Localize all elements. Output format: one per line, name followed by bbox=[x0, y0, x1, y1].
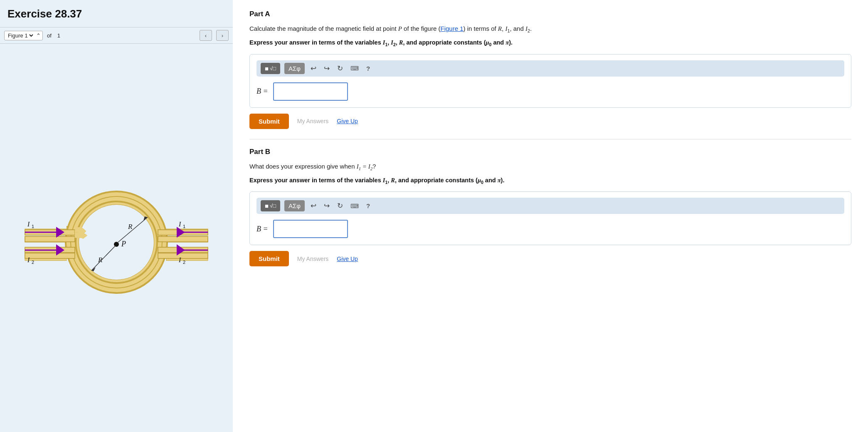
part-b-label: Part B bbox=[249, 148, 851, 156]
svg-text:R: R bbox=[128, 223, 133, 231]
part-b-undo-button[interactable]: ↩ bbox=[309, 201, 318, 211]
svg-rect-21 bbox=[158, 236, 208, 242]
prev-figure-button[interactable]: ‹ bbox=[200, 30, 212, 41]
part-b-redo-button[interactable]: ↪ bbox=[322, 201, 331, 211]
sqrt-icon: √□ bbox=[270, 65, 276, 72]
part-a-refresh-button[interactable]: ↻ bbox=[335, 63, 345, 74]
square-icon-b: ■ bbox=[265, 202, 269, 209]
part-a-my-answers[interactable]: My Answers bbox=[297, 118, 328, 124]
square-icon: ■ bbox=[265, 65, 269, 72]
part-a-desc-pre: Calculate the magnitude of the magnetic … bbox=[249, 25, 398, 32]
part-b-give-up-link[interactable]: Give Up bbox=[337, 256, 358, 262]
part-a-figure-link[interactable]: Figure 1 bbox=[440, 25, 463, 32]
total-figures: 1 bbox=[57, 32, 60, 39]
part-a-help-button[interactable]: ? bbox=[365, 64, 372, 73]
part-b-input-row: B = bbox=[256, 220, 844, 238]
svg-text:I: I bbox=[178, 221, 181, 228]
part-b-submit-button[interactable]: Submit bbox=[249, 251, 289, 266]
part-a-answer-input[interactable] bbox=[273, 82, 348, 101]
svg-text:I: I bbox=[27, 221, 30, 228]
part-b-eq: I1 = I2 bbox=[357, 163, 372, 170]
part-a-give-up-link[interactable]: Give Up bbox=[337, 118, 358, 124]
svg-text:2: 2 bbox=[183, 260, 185, 265]
right-panel: Part A Calculate the magnitude of the ma… bbox=[233, 0, 868, 432]
svg-text:I: I bbox=[27, 256, 30, 263]
part-b-my-answers[interactable]: My Answers bbox=[297, 256, 328, 262]
figure-select-wrapper[interactable]: Figure 1 ⌃ bbox=[4, 31, 43, 40]
part-a-greek-button[interactable]: ΑΣφ bbox=[284, 63, 305, 74]
part-b-b-equals: B = bbox=[256, 225, 268, 233]
part-b-description: What does your expression give when I1 =… bbox=[249, 162, 851, 172]
part-a-desc-post: ) in terms of R, I1, and I2. bbox=[464, 25, 532, 32]
svg-text:2: 2 bbox=[32, 260, 34, 265]
part-a-description: Calculate the magnitude of the magnetic … bbox=[249, 24, 851, 34]
figure-select[interactable]: Figure 1 bbox=[6, 32, 35, 39]
part-a-math-button[interactable]: ■ √□ bbox=[261, 63, 280, 74]
figure-diagram: P R R I 1 I 1 I 2 I 2 bbox=[17, 159, 216, 317]
part-divider bbox=[249, 139, 851, 139]
part-b-toolbar: ■ √□ ΑΣφ ↩ ↪ ↻ ⌨ ? bbox=[256, 198, 844, 214]
part-b-help-button[interactable]: ? bbox=[365, 201, 372, 210]
part-a-keyboard-button[interactable]: ⌨ bbox=[349, 64, 360, 72]
svg-text:P: P bbox=[121, 240, 126, 248]
left-panel: Exercise 28.37 Figure 1 ⌃ of 1 ‹ › bbox=[0, 0, 233, 432]
part-b-desc-pre: What does your expression give when bbox=[249, 163, 357, 170]
sqrt-icon-b: √□ bbox=[270, 203, 276, 209]
svg-rect-17 bbox=[25, 236, 75, 242]
part-a-instruction: Express your answer in terms of the vari… bbox=[249, 38, 851, 48]
svg-text:I: I bbox=[178, 256, 181, 263]
of-text: of bbox=[47, 32, 52, 39]
part-b-math-button[interactable]: ■ √□ bbox=[261, 200, 280, 211]
part-a-redo-button[interactable]: ↪ bbox=[322, 63, 331, 74]
figure-area: P R R I 1 I 1 I 2 I 2 bbox=[0, 44, 233, 432]
svg-text:1: 1 bbox=[32, 224, 34, 229]
part-b-answer-box: ■ √□ ΑΣφ ↩ ↪ ↻ ⌨ ? B = bbox=[249, 191, 851, 245]
part-b-action-row: Submit My Answers Give Up bbox=[249, 251, 851, 266]
part-b-refresh-button[interactable]: ↻ bbox=[335, 201, 345, 211]
svg-rect-23 bbox=[158, 253, 208, 258]
part-b-answer-input[interactable] bbox=[273, 220, 348, 238]
part-a-toolbar: ■ √□ ΑΣφ ↩ ↪ ↻ ⌨ ? bbox=[256, 60, 844, 77]
part-a-action-row: Submit My Answers Give Up bbox=[249, 114, 851, 129]
part-b-desc-post: ? bbox=[372, 163, 376, 170]
next-figure-button[interactable]: › bbox=[216, 30, 229, 41]
part-b-instruction: Express your answer in terms of the vari… bbox=[249, 176, 851, 186]
chevron-down-icon: ⌃ bbox=[36, 32, 41, 39]
part-a-b-equals: B = bbox=[256, 87, 268, 96]
part-a-undo-button[interactable]: ↩ bbox=[309, 63, 318, 74]
part-a-submit-button[interactable]: Submit bbox=[249, 114, 289, 129]
figure-toolbar: Figure 1 ⌃ of 1 ‹ › bbox=[0, 27, 233, 44]
part-a-label: Part A bbox=[249, 10, 851, 18]
exercise-title: Exercise 28.37 bbox=[0, 7, 233, 27]
part-a-input-row: B = bbox=[256, 82, 844, 101]
svg-rect-19 bbox=[25, 253, 75, 258]
part-b-keyboard-button[interactable]: ⌨ bbox=[349, 202, 360, 210]
part-a-answer-box: ■ √□ ΑΣφ ↩ ↪ ↻ ⌨ ? B = bbox=[249, 54, 851, 108]
part-a-desc-mid: of the figure ( bbox=[402, 25, 441, 32]
part-b-greek-button[interactable]: ΑΣφ bbox=[284, 200, 305, 211]
svg-text:1: 1 bbox=[183, 224, 185, 229]
part-a-point: P bbox=[398, 25, 402, 32]
